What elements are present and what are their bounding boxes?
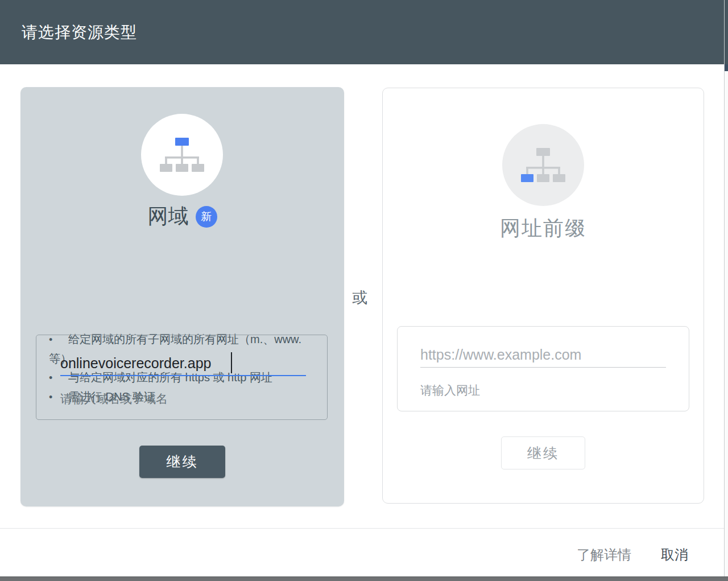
url-prefix-input-hint: 请输入网址 [420,382,480,398]
cancel-button[interactable]: 取消 [661,546,688,564]
new-badge: 新 [196,206,217,228]
or-separator: 或 [352,287,367,308]
scrollbar-thumb[interactable] [725,64,728,71]
url-prefix-icon-circle [502,124,584,206]
url-prefix-card-title: 网址前缀 [383,215,704,242]
sitemap-tree-icon [520,148,566,182]
domain-icon-circle [141,114,223,196]
url-prefix-input[interactable] [420,343,666,368]
url-prefix-property-card: 网址前缀 •仅包含所输地址名下的网址 •仅包含采用指定协议的网址 •支持多种验证… [382,88,704,504]
domain-title-row: 网域 新 [20,203,344,230]
dialog-title: 请选择资源类型 [22,22,137,43]
domain-continue-button[interactable]: 继续 [139,446,225,478]
domain-input[interactable] [60,351,306,376]
sitemap-tree-icon [159,138,205,172]
domain-input-hint: 请输入域名或子域名 [60,391,168,407]
url-prefix-continue-button[interactable]: 继续 [501,436,585,469]
text-caret [231,352,232,373]
domain-input-box: 请输入域名或子域名 [36,335,328,420]
learn-more-button[interactable]: 了解详情 [577,546,631,564]
dialog-header: 请选择资源类型 [0,0,728,64]
scrollbar[interactable] [724,0,728,576]
url-prefix-input-box: 请输入网址 [397,326,689,411]
domain-card-title: 网域 [148,203,189,230]
footer-divider [0,528,728,529]
property-type-dialog: 请选择资源类型 网域 新 [0,0,728,581]
domain-property-card: 网域 新 •给定网域的所有子网域的所有网址（m.、www. 等） •与给定网域对… [20,87,344,506]
bottom-window-edge [0,576,728,581]
dialog-footer: 了解详情 取消 [577,541,688,569]
